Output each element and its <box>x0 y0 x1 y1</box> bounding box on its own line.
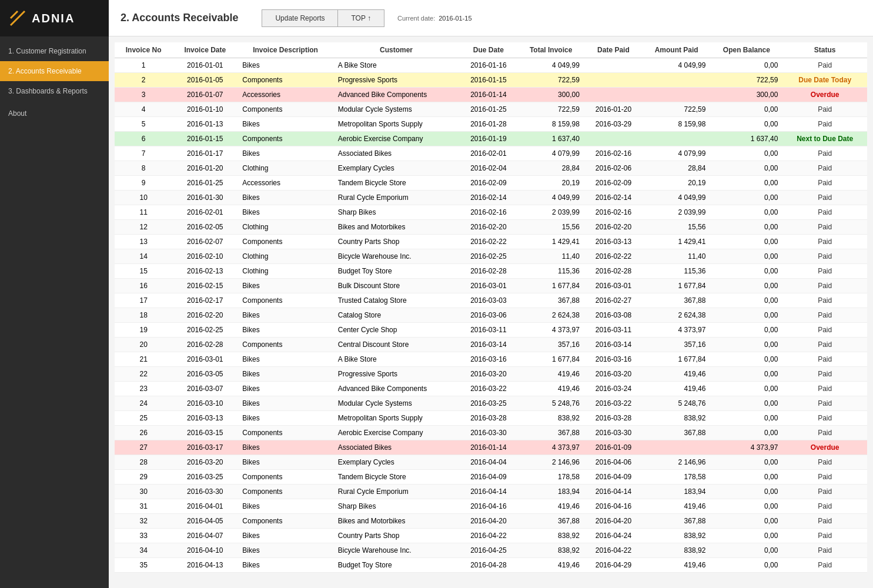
sidebar-item-accounts-receivable[interactable]: 2. Accounts Receivable <box>0 61 109 81</box>
cell-open-balance: 0,00 <box>710 338 782 352</box>
cell-customer: Rural Cycle Emporium <box>333 485 460 499</box>
cell-open-balance: 0,00 <box>710 529 782 543</box>
table-row: 31 2016-04-01 Bikes Sharp Bikes 2016-04-… <box>115 499 867 514</box>
cell-total: 11,40 <box>517 249 584 264</box>
table-row: 30 2016-03-30 Components Rural Cycle Emp… <box>115 485 867 499</box>
cell-due: 2016-02-16 <box>459 205 517 220</box>
cell-customer: Aerobic Exercise Company <box>333 426 460 440</box>
cell-desc: Components <box>238 426 333 440</box>
cell-amount-paid: 4 373,97 <box>643 323 710 338</box>
cell-customer: Aerobic Exercise Company <box>333 132 460 146</box>
cell-date: 2016-03-10 <box>172 396 238 411</box>
cell-status: Paid <box>782 323 867 338</box>
cell-total: 367,88 <box>517 426 584 440</box>
cell-open-balance: 0,00 <box>710 191 782 205</box>
cell-desc: Clothing <box>238 161 333 176</box>
table-row: 25 2016-03-13 Bikes Metropolitan Sports … <box>115 411 867 426</box>
cell-status: Paid <box>782 249 867 264</box>
cell-customer: Metropolitan Sports Supply <box>333 411 460 426</box>
cell-no: 6 <box>115 132 172 146</box>
cell-due: 2016-03-20 <box>459 367 517 382</box>
cell-total: 838,92 <box>517 543 584 558</box>
cell-desc: Clothing <box>238 264 333 279</box>
sidebar-item-about[interactable]: About <box>0 103 109 123</box>
cell-no: 13 <box>115 235 172 249</box>
sidebar-item-customer-registration[interactable]: 1. Customer Registration <box>0 41 109 61</box>
top-button[interactable]: TOP ↑ <box>337 9 384 27</box>
cell-total: 115,36 <box>517 264 584 279</box>
table-row: 1 2016-01-01 Bikes A Bike Store 2016-01-… <box>115 58 867 73</box>
table-row: 15 2016-02-13 Clothing Budget Toy Store … <box>115 264 867 279</box>
cell-status: Paid <box>782 308 867 323</box>
cell-status: Paid <box>782 396 867 411</box>
table-row: 12 2016-02-05 Clothing Bikes and Motorbi… <box>115 220 867 235</box>
cell-date: 2016-03-15 <box>172 426 238 440</box>
cell-open-balance: 0,00 <box>710 117 782 132</box>
cell-due: 2016-04-09 <box>459 470 517 485</box>
cell-desc: Bikes <box>238 499 333 514</box>
cell-customer: Bicycle Warehouse Inc. <box>333 249 460 264</box>
cell-date-paid: 2016-02-16 <box>584 146 643 161</box>
table-body: 1 2016-01-01 Bikes A Bike Store 2016-01-… <box>115 58 867 573</box>
cell-amount-paid: 15,56 <box>643 220 710 235</box>
cell-amount-paid: 367,88 <box>643 514 710 529</box>
cell-open-balance: 0,00 <box>710 176 782 191</box>
cell-date: 2016-03-01 <box>172 352 238 367</box>
cell-date-paid: 2016-02-14 <box>584 191 643 205</box>
cell-amount-paid: 11,40 <box>643 249 710 264</box>
cell-amount-paid: 2 146,96 <box>643 455 710 470</box>
cell-status: Paid <box>782 293 867 308</box>
cell-total: 2 039,99 <box>517 205 584 220</box>
cell-open-balance: 0,00 <box>710 279 782 293</box>
cell-desc: Clothing <box>238 249 333 264</box>
cell-status: Paid <box>782 499 867 514</box>
cell-amount-paid: 1 429,41 <box>643 235 710 249</box>
cell-customer: Exemplary Cycles <box>333 161 460 176</box>
cell-no: 4 <box>115 102 172 117</box>
cell-customer: Budget Toy Store <box>333 264 460 279</box>
accounts-receivable-table: Invoice No Invoice Date Invoice Descript… <box>115 42 867 573</box>
cell-status: Paid <box>782 485 867 499</box>
cell-status: Paid <box>782 235 867 249</box>
cell-customer: Advanced Bike Components <box>333 88 460 102</box>
cell-open-balance: 0,00 <box>710 235 782 249</box>
cell-no: 33 <box>115 529 172 543</box>
cell-total: 1 677,84 <box>517 352 584 367</box>
cell-status: Paid <box>782 146 867 161</box>
cell-due: 2016-04-14 <box>459 485 517 499</box>
cell-date: 2016-01-30 <box>172 191 238 205</box>
cell-desc: Bikes <box>238 146 333 161</box>
update-reports-button[interactable]: Update Reports <box>262 9 337 27</box>
logo-icon <box>8 9 27 28</box>
cell-no: 28 <box>115 455 172 470</box>
cell-desc: Components <box>238 102 333 117</box>
cell-no: 25 <box>115 411 172 426</box>
cell-total: 5 248,76 <box>517 396 584 411</box>
logo-area: ADNIA <box>0 0 109 36</box>
cell-amount-paid: 2 039,99 <box>643 205 710 220</box>
cell-amount-paid: 178,58 <box>643 470 710 485</box>
cell-date: 2016-04-05 <box>172 514 238 529</box>
cell-date: 2016-04-01 <box>172 499 238 514</box>
cell-total: 1 429,41 <box>517 235 584 249</box>
table-row: 26 2016-03-15 Components Aerobic Exercis… <box>115 426 867 440</box>
sidebar-item-dashboards-reports[interactable]: 3. Dashboards & Reports <box>0 81 109 101</box>
cell-date: 2016-02-01 <box>172 205 238 220</box>
cell-total: 838,92 <box>517 411 584 426</box>
cell-due: 2016-03-01 <box>459 279 517 293</box>
cell-due: 2016-04-28 <box>459 558 517 573</box>
table-area: Invoice No Invoice Date Invoice Descript… <box>109 36 873 588</box>
cell-date-paid <box>584 73 643 88</box>
cell-customer: Country Parts Shop <box>333 529 460 543</box>
cell-due: 2016-02-28 <box>459 264 517 279</box>
cell-open-balance: 0,00 <box>710 558 782 573</box>
table-row: 20 2016-02-28 Components Central Discoun… <box>115 338 867 352</box>
cell-no: 32 <box>115 514 172 529</box>
cell-total: 838,92 <box>517 529 584 543</box>
cell-amount-paid: 357,16 <box>643 338 710 352</box>
cell-customer: Tandem Bicycle Store <box>333 470 460 485</box>
cell-date: 2016-01-01 <box>172 58 238 73</box>
cell-total: 8 159,98 <box>517 117 584 132</box>
table-row: 17 2016-02-17 Components Trusted Catalog… <box>115 293 867 308</box>
cell-status: Paid <box>782 382 867 396</box>
